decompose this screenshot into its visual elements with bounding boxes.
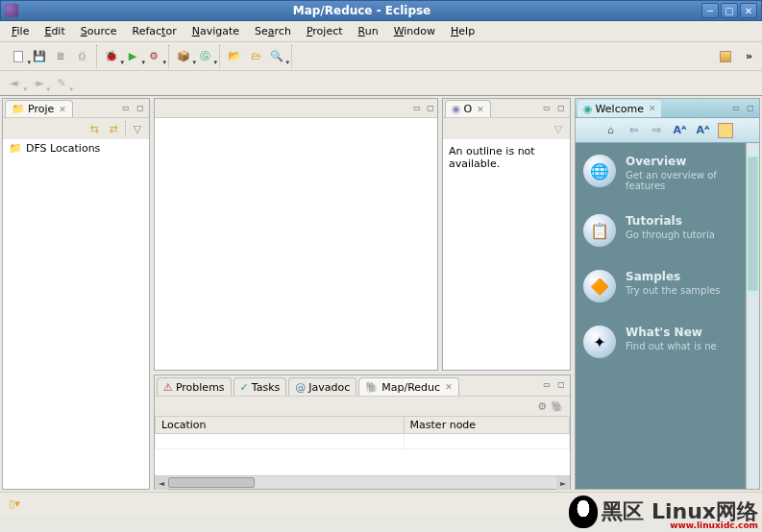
edit-location-button[interactable]: 🐘 bbox=[551, 400, 564, 413]
tab-label: Welcome bbox=[596, 103, 644, 115]
menu-edit[interactable]: Edit bbox=[37, 23, 72, 39]
forward-button[interactable]: ·► bbox=[27, 74, 50, 93]
minimize-view-button[interactable]: ▭ bbox=[540, 377, 553, 391]
run-button[interactable]: ▶ bbox=[122, 46, 143, 67]
welcome-item-overview[interactable]: 🌐 OverviewGet an overview of features bbox=[576, 143, 759, 203]
menu-help[interactable]: Help bbox=[443, 23, 482, 39]
scroll-right-button[interactable]: ► bbox=[556, 476, 570, 490]
maximize-editor-button[interactable]: ▢ bbox=[424, 102, 437, 115]
close-icon[interactable]: ✕ bbox=[477, 105, 484, 114]
bottom-pane: ⚠Problems ✓Tasks @Javadoc 🐘Map/Reduc✕ ▭ … bbox=[154, 375, 571, 490]
scroll-thumb[interactable] bbox=[748, 157, 758, 291]
new-button[interactable] bbox=[8, 46, 29, 67]
tab-javadoc[interactable]: @Javadoc bbox=[288, 377, 356, 396]
statusbar: ▯▾ bbox=[0, 492, 762, 515]
view-menu-button[interactable]: ▽ bbox=[130, 121, 145, 136]
welcome-view: ◉ Welcome ✕ ▭ ▢ ⌂ ⇦ ⇨ Aᴬ Aᴬ 🌐 bbox=[575, 98, 760, 490]
menu-refactor[interactable]: Refactor bbox=[125, 23, 184, 39]
app-icon bbox=[5, 4, 18, 17]
nav-toolbar: ◄· ·► ✎ bbox=[0, 71, 762, 96]
minimize-view-button[interactable]: ▭ bbox=[729, 101, 743, 114]
checklist-icon: 📋 bbox=[583, 214, 616, 247]
open-type-button[interactable]: 📂 bbox=[224, 46, 245, 67]
main-toolbar: 💾 🗎 ⎙ 🐞 ▶ ⚙ 📦 Ⓖ 📂 🗁 🔍 » bbox=[0, 42, 762, 71]
maximize-view-button[interactable]: ▢ bbox=[554, 377, 568, 391]
window-titlebar: Map/Reduce - Eclipse ─ ▢ ✕ bbox=[0, 0, 762, 21]
table-row[interactable] bbox=[156, 434, 570, 449]
outline-tab[interactable]: ◉ O ✕ bbox=[445, 100, 491, 117]
tree-item-label: DFS Locations bbox=[26, 142, 100, 155]
col-master[interactable]: Master node bbox=[404, 417, 569, 434]
save-all-button[interactable]: 🗎 bbox=[50, 46, 71, 67]
menu-run[interactable]: Run bbox=[351, 23, 386, 39]
link-editor-button[interactable]: ⇄ bbox=[106, 121, 121, 136]
tab-tasks[interactable]: ✓Tasks bbox=[234, 377, 287, 396]
menu-project[interactable]: Project bbox=[299, 23, 351, 39]
horizontal-scrollbar[interactable]: ◄ ► bbox=[155, 475, 570, 489]
new-type-button[interactable]: Ⓖ bbox=[194, 46, 215, 67]
collapse-all-button[interactable]: ⇆ bbox=[86, 121, 102, 136]
close-icon[interactable]: ✕ bbox=[59, 105, 66, 114]
customize-button[interactable] bbox=[718, 123, 733, 138]
nav-back-button[interactable]: ⇦ bbox=[626, 122, 643, 139]
welcome-item-tutorials[interactable]: 📋 TutorialsGo through tutoria bbox=[576, 203, 759, 258]
debug-button[interactable]: 🐞 bbox=[101, 46, 122, 67]
back-button[interactable]: ◄· bbox=[4, 74, 27, 93]
enlarge-font-button[interactable]: Aᴬ bbox=[695, 122, 712, 139]
view-menu-button[interactable]: ▽ bbox=[551, 121, 566, 136]
new-location-button[interactable]: ⚙ bbox=[537, 400, 547, 413]
project-explorer-view: 📁 Proje ✕ ▭ ▢ ⇆ ⇄ ▽ 📁 DFS Locations bbox=[2, 98, 150, 490]
nav-forward-button[interactable]: ⇨ bbox=[649, 122, 666, 139]
tab-mapreduce[interactable]: 🐘Map/Reduc✕ bbox=[358, 377, 458, 396]
menu-source[interactable]: Source bbox=[73, 23, 125, 39]
locations-table[interactable]: Location Master node bbox=[155, 416, 570, 475]
home-button[interactable]: ⌂ bbox=[602, 122, 620, 139]
minimize-view-button[interactable]: ▭ bbox=[540, 101, 553, 114]
tab-label: O bbox=[464, 103, 473, 115]
workspace: 📁 Proje ✕ ▭ ▢ ⇆ ⇄ ▽ 📁 DFS Locations bbox=[0, 96, 762, 492]
menu-file[interactable]: File bbox=[4, 23, 37, 39]
fast-view-button[interactable]: ▯▾ bbox=[6, 496, 23, 513]
open-perspective-button[interactable] bbox=[715, 46, 736, 67]
open-task-button[interactable]: 🗁 bbox=[245, 46, 266, 67]
external-tools-button[interactable]: ⚙ bbox=[143, 46, 164, 67]
tree-item-dfs-locations[interactable]: 📁 DFS Locations bbox=[3, 139, 149, 157]
menu-search[interactable]: Search bbox=[247, 23, 299, 39]
close-button[interactable]: ✕ bbox=[740, 3, 757, 18]
menu-navigate[interactable]: Navigate bbox=[184, 23, 247, 39]
star-icon: ✦ bbox=[583, 326, 616, 358]
project-explorer-tab[interactable]: 📁 Proje ✕ bbox=[5, 100, 73, 117]
editor-area: ▭ ▢ bbox=[154, 98, 438, 371]
close-icon[interactable]: ✕ bbox=[649, 104, 656, 113]
welcome-item-whatsnew[interactable]: ✦ What's NewFind out what is ne bbox=[576, 314, 759, 370]
minimize-button[interactable]: ─ bbox=[701, 3, 719, 18]
welcome-item-samples[interactable]: 🔶 SamplesTry out the samples bbox=[576, 258, 759, 314]
minimize-view-button[interactable]: ▭ bbox=[119, 101, 133, 114]
save-button[interactable]: 💾 bbox=[29, 46, 50, 67]
close-icon[interactable]: ✕ bbox=[445, 382, 453, 392]
menu-window[interactable]: Window bbox=[386, 23, 443, 39]
folder-icon: 📁 bbox=[9, 142, 22, 155]
vertical-scrollbar[interactable] bbox=[746, 143, 759, 489]
editor-body[interactable] bbox=[155, 118, 437, 370]
reduce-font-button[interactable]: Aᴬ bbox=[672, 122, 689, 139]
welcome-tab[interactable]: ◉ Welcome ✕ bbox=[578, 100, 661, 117]
maximize-view-button[interactable]: ▢ bbox=[134, 101, 147, 114]
tab-label: Proje bbox=[28, 103, 54, 115]
minimize-editor-button[interactable]: ▭ bbox=[410, 102, 424, 115]
maximize-button[interactable]: ▢ bbox=[721, 3, 738, 18]
scroll-left-button[interactable]: ◄ bbox=[155, 476, 168, 490]
globe-icon: 🌐 bbox=[583, 155, 616, 187]
shapes-icon: 🔶 bbox=[583, 270, 616, 302]
search-button[interactable]: 🔍 bbox=[266, 46, 287, 67]
new-package-button[interactable]: 📦 bbox=[173, 46, 194, 67]
scroll-thumb[interactable] bbox=[168, 477, 255, 488]
last-edit-button[interactable]: ✎ bbox=[50, 74, 73, 93]
maximize-view-button[interactable]: ▢ bbox=[554, 101, 568, 114]
print-button[interactable]: ⎙ bbox=[71, 46, 92, 67]
menubar: File Edit Source Refactor Navigate Searc… bbox=[0, 21, 762, 42]
tab-problems[interactable]: ⚠Problems bbox=[157, 377, 232, 396]
toolbar-overflow-button[interactable]: » bbox=[740, 50, 758, 62]
col-location[interactable]: Location bbox=[156, 417, 405, 434]
maximize-view-button[interactable]: ▢ bbox=[744, 101, 757, 114]
